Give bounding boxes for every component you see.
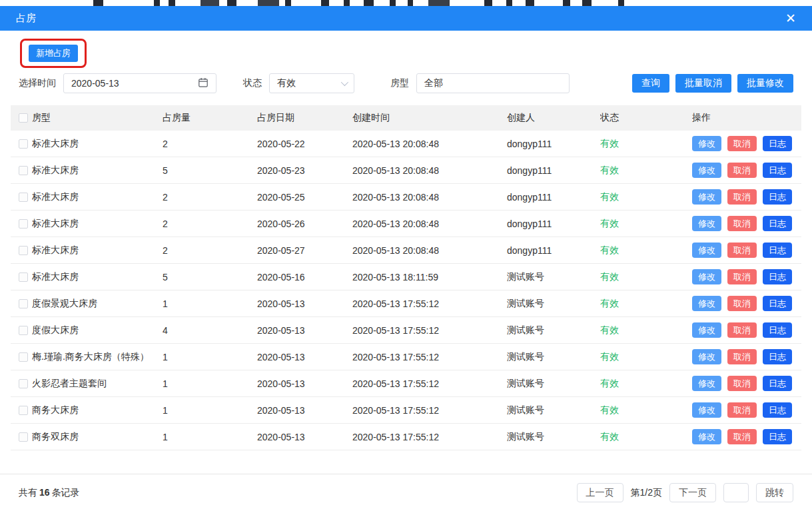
modify-button[interactable]: 修改 <box>692 349 721 364</box>
modify-button[interactable]: 修改 <box>692 376 721 391</box>
row-actions: 修改 取消 日志 <box>692 269 801 284</box>
row-checkbox[interactable] <box>19 193 28 202</box>
log-button[interactable]: 日志 <box>763 402 792 418</box>
cancel-button[interactable]: 取消 <box>727 243 757 258</box>
header-creator: 创建人 <box>507 112 600 124</box>
row-checkbox[interactable] <box>19 139 28 149</box>
row-checkbox[interactable] <box>19 219 28 229</box>
room-type-input[interactable]: 全部 <box>416 73 570 93</box>
cancel-button[interactable]: 取消 <box>727 296 757 311</box>
log-button[interactable]: 日志 <box>763 163 792 178</box>
batch-modify-button[interactable]: 批量修改 <box>737 74 793 93</box>
created-time-cell: 2020-05-13 20:08:48 <box>352 165 507 176</box>
cancel-button[interactable]: 取消 <box>727 269 757 284</box>
cancel-button[interactable]: 取消 <box>727 189 757 205</box>
modify-button[interactable]: 修改 <box>692 402 721 418</box>
batch-cancel-button[interactable]: 批量取消 <box>675 74 731 93</box>
log-button[interactable]: 日志 <box>763 216 792 231</box>
select-all-checkbox[interactable] <box>19 113 28 123</box>
created-time-cell: 2020-05-13 17:55:12 <box>352 298 507 309</box>
calendar-icon[interactable] <box>198 77 208 90</box>
count-cell: 1 <box>163 432 257 442</box>
log-button[interactable]: 日志 <box>763 243 792 258</box>
date-picker-input[interactable]: 2020-05-13 <box>63 73 216 93</box>
log-button[interactable]: 日志 <box>763 296 792 311</box>
modify-button[interactable]: 修改 <box>692 163 721 178</box>
row-checkbox[interactable] <box>19 326 28 335</box>
row-checkbox[interactable] <box>19 379 28 388</box>
count-cell: 1 <box>163 352 257 362</box>
table-row: 标准大床房 2 2020-05-22 2020-05-13 20:08:48 d… <box>11 131 801 157</box>
row-checkbox[interactable] <box>19 299 28 308</box>
row-checkbox[interactable] <box>19 352 28 362</box>
status-select-value: 有效 <box>277 77 296 89</box>
occupancy-date-cell: 2020-05-22 <box>257 139 352 149</box>
row-checkbox[interactable] <box>19 166 28 175</box>
cancel-button[interactable]: 取消 <box>727 216 757 231</box>
close-icon[interactable]: ✕ <box>785 12 796 25</box>
cancel-button[interactable]: 取消 <box>727 136 757 151</box>
jump-button[interactable]: 跳转 <box>756 483 793 502</box>
modify-button[interactable]: 修改 <box>692 296 721 311</box>
creator-cell: 测试账号 <box>507 431 600 443</box>
cancel-button[interactable]: 取消 <box>727 402 757 418</box>
record-count: 共有16条记录 <box>19 487 80 499</box>
table-row: 标准大床房 2 2020-05-26 2020-05-13 20:08:48 d… <box>11 211 801 237</box>
log-button[interactable]: 日志 <box>763 349 792 364</box>
log-button[interactable]: 日志 <box>763 269 792 284</box>
creator-cell: 测试账号 <box>507 298 600 310</box>
modify-button[interactable]: 修改 <box>692 216 721 231</box>
record-count-prefix: 共有 <box>19 487 37 498</box>
status-cell: 有效 <box>600 165 692 177</box>
room-type-cell: 标准大床房 <box>32 191 163 203</box>
row-checkbox[interactable] <box>19 406 28 415</box>
room-type-cell: 商务双床房 <box>32 431 163 443</box>
row-checkbox[interactable] <box>19 246 28 255</box>
prev-page-button[interactable]: 上一页 <box>577 483 623 502</box>
cancel-button[interactable]: 取消 <box>727 322 757 338</box>
created-time-cell: 2020-05-13 17:55:12 <box>352 378 507 389</box>
modify-button[interactable]: 修改 <box>692 322 721 338</box>
page-jump-input[interactable] <box>723 483 749 502</box>
modify-button[interactable]: 修改 <box>692 136 721 151</box>
created-time-cell: 2020-05-13 20:08:48 <box>352 219 507 229</box>
row-actions: 修改 取消 日志 <box>692 402 801 418</box>
cancel-button[interactable]: 取消 <box>727 163 757 178</box>
row-checkbox[interactable] <box>19 272 28 282</box>
status-cell: 有效 <box>600 378 692 390</box>
log-button[interactable]: 日志 <box>763 376 792 391</box>
modify-button[interactable]: 修改 <box>692 429 721 444</box>
row-actions: 修改 取消 日志 <box>692 322 801 338</box>
query-button[interactable]: 查询 <box>632 74 669 93</box>
occupancy-date-cell: 2020-05-13 <box>257 405 352 416</box>
modify-button[interactable]: 修改 <box>692 189 721 205</box>
cancel-button[interactable]: 取消 <box>727 429 757 444</box>
occupancy-table: 房型 占房量 占房日期 创建时间 创建人 状态 操作 标准大床房 2 2020-… <box>11 105 801 450</box>
header-date: 占房日期 <box>257 112 352 124</box>
log-button[interactable]: 日志 <box>763 136 792 151</box>
creator-cell: dongyp111 <box>507 192 600 203</box>
occupancy-modal: 占房 ✕ 新增占房 选择时间 2020-05-13 状态 有效 房型 <box>0 0 812 511</box>
count-cell: 1 <box>163 378 257 389</box>
log-button[interactable]: 日志 <box>763 429 792 444</box>
pagination: 上一页 第1/2页 下一页 跳转 <box>577 483 793 502</box>
modify-button[interactable]: 修改 <box>692 243 721 258</box>
log-button[interactable]: 日志 <box>763 189 792 205</box>
next-page-button[interactable]: 下一页 <box>669 483 716 502</box>
created-time-cell: 2020-05-13 17:55:12 <box>352 352 507 362</box>
count-cell: 2 <box>163 192 257 203</box>
count-cell: 1 <box>163 298 257 309</box>
cancel-button[interactable]: 取消 <box>727 349 757 364</box>
occupancy-date-cell: 2020-05-13 <box>257 378 352 389</box>
background-page-fragments <box>0 0 812 6</box>
count-cell: 5 <box>163 165 257 176</box>
cancel-button[interactable]: 取消 <box>727 376 757 391</box>
row-checkbox[interactable] <box>19 432 28 442</box>
row-actions: 修改 取消 日志 <box>692 349 801 364</box>
row-actions: 修改 取消 日志 <box>692 189 801 205</box>
status-select[interactable]: 有效 <box>269 73 354 93</box>
modify-button[interactable]: 修改 <box>692 269 721 284</box>
table-row: 标准大床房 2 2020-05-27 2020-05-13 20:08:48 d… <box>11 237 801 264</box>
log-button[interactable]: 日志 <box>763 322 792 338</box>
add-occupancy-button[interactable]: 新增占房 <box>29 45 78 62</box>
